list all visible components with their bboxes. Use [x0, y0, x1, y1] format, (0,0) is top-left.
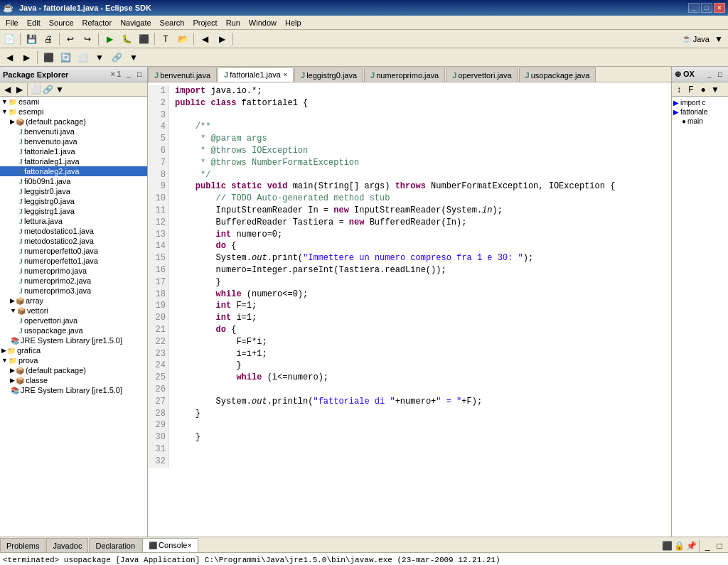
- tab-close-fattoriale1[interactable]: ×: [284, 71, 287, 78]
- code-editor[interactable]: 1 2 3 4 5 6 7 8 9 10 11 12 13 14 15 16 1: [148, 82, 671, 537]
- console-clear-button[interactable]: ⬛: [661, 540, 673, 551]
- new-button[interactable]: 📄: [1, 31, 17, 47]
- tab-declaration[interactable]: Declaration: [89, 538, 141, 552]
- tree-item-leggistrg0[interactable]: Jleggistrg0.java: [0, 196, 147, 206]
- outline-tree[interactable]: ▶ import c ▶ fattoriale ● main: [672, 97, 728, 537]
- hierarchy-button[interactable]: ⬛: [41, 50, 56, 65]
- pe-link-button[interactable]: 🔗: [42, 84, 53, 95]
- expand-button[interactable]: ▼: [92, 50, 107, 65]
- tree-item-leggistrg1[interactable]: Jleggistrg1.java: [0, 206, 147, 216]
- tree-item-numeroperfetto0[interactable]: Jnumeroperfetto0.java: [0, 246, 147, 256]
- outline-filter-button[interactable]: ▼: [710, 84, 721, 95]
- menu-refactor[interactable]: Refactor: [78, 16, 117, 29]
- menu-help[interactable]: Help: [281, 16, 306, 29]
- link-button[interactable]: 🔗: [109, 50, 124, 65]
- menu-run[interactable]: Run: [222, 16, 245, 29]
- next-edit-button[interactable]: ▶: [18, 50, 34, 65]
- run-button[interactable]: ▶: [102, 31, 117, 47]
- collapse-button[interactable]: ⬜: [75, 50, 90, 65]
- pe-maximize-button[interactable]: □: [134, 70, 144, 80]
- tree-item-fattoriale1[interactable]: Jfattoriale1.java: [0, 146, 147, 156]
- close-button[interactable]: ×: [714, 3, 725, 13]
- prev-edit-button[interactable]: ◀: [1, 50, 17, 65]
- maximize-button[interactable]: □: [701, 3, 712, 13]
- outline-maximize[interactable]: □: [715, 70, 725, 80]
- menu-project[interactable]: Project: [188, 16, 221, 29]
- outline-item-class[interactable]: ▶ fattoriale: [673, 107, 727, 117]
- tab-opervettori[interactable]: J opervettori.java: [446, 68, 518, 82]
- sync-button[interactable]: 🔄: [58, 50, 73, 65]
- tree-item-metodostatico2[interactable]: Jmetodostatico2.java: [0, 236, 147, 246]
- console-pin-button[interactable]: 📌: [685, 540, 697, 551]
- pe-menu-button[interactable]: ▼: [54, 84, 65, 95]
- console-scroll-lock-button[interactable]: 🔒: [673, 540, 685, 551]
- tree-item-numeroprimo3[interactable]: Jnumeroprimo3.java: [0, 286, 147, 296]
- tree-item-default-pkg[interactable]: ▶📦(default package): [0, 117, 147, 127]
- menu-navigate[interactable]: Navigate: [116, 16, 155, 29]
- menu-file[interactable]: File: [1, 16, 23, 29]
- tree-item-fattorialeg2[interactable]: Jfattorialeg2.java: [0, 166, 147, 176]
- outline-item-main[interactable]: ● main: [673, 117, 727, 126]
- pe-minimize-button[interactable]: _: [124, 70, 134, 80]
- minimize-button[interactable]: _: [688, 3, 700, 13]
- tree-item-fattorialeg1[interactable]: Jfattorialeg1.java: [0, 156, 147, 166]
- pe-forward-button[interactable]: ▶: [14, 84, 25, 95]
- tree-item-prova[interactable]: ▼📁prova: [0, 355, 147, 365]
- redo-button[interactable]: ↪: [80, 31, 95, 47]
- console-maximize[interactable]: □: [714, 540, 725, 551]
- code-text[interactable]: import java.io.*; public class fattorial…: [169, 85, 671, 468]
- back-button[interactable]: ◀: [197, 31, 213, 47]
- menu-edit[interactable]: Edit: [23, 16, 45, 29]
- tree-item-benvenuti[interactable]: Jbenvenuti.java: [0, 127, 147, 136]
- outline-item-import[interactable]: ▶ import c: [673, 98, 727, 107]
- outline-static-button[interactable]: ●: [697, 84, 709, 95]
- menu-window[interactable]: Window: [245, 16, 281, 29]
- tree-item-esami[interactable]: ▼📁esami: [0, 97, 147, 107]
- tree-item-leggistr0[interactable]: Jleggistr0.java: [0, 186, 147, 196]
- tab-problems[interactable]: Problems: [0, 538, 46, 552]
- tree-item-fi0b09n1[interactable]: Jfi0b09n1.java: [0, 176, 147, 186]
- pe-collapse-button[interactable]: ⬜: [30, 84, 41, 95]
- open-resource-button[interactable]: 📂: [175, 31, 191, 47]
- tree-item-prova-jre[interactable]: 📚JRE System Library [jre1.5.0]: [0, 385, 147, 395]
- tree-item-numeroperfetto1[interactable]: Jnumeroperfetto1.java: [0, 256, 147, 266]
- undo-button[interactable]: ↩: [63, 31, 78, 47]
- forward-button[interactable]: ▶: [214, 31, 230, 47]
- open-type-button[interactable]: T: [158, 31, 173, 47]
- debug-button[interactable]: 🐛: [119, 31, 134, 47]
- perspective-button[interactable]: ▼: [711, 31, 727, 47]
- tree-item-array[interactable]: ▶📦array: [0, 296, 147, 306]
- tree-item-prova-default[interactable]: ▶📦(default package): [0, 365, 147, 375]
- filter-button[interactable]: ▼: [126, 50, 141, 65]
- package-explorer-tree[interactable]: ▼📁esami▼📁esempi▶📦(default package) Jbenv…: [0, 97, 147, 537]
- tree-item-benvenuto[interactable]: Jbenvenuto.java: [0, 136, 147, 146]
- tree-item-esempi[interactable]: ▼📁esempi: [0, 107, 147, 117]
- stop-button[interactable]: ⬛: [136, 31, 151, 47]
- menu-source[interactable]: Source: [45, 16, 78, 29]
- tree-item-metodostatico1[interactable]: Jmetodostatico1.java: [0, 226, 147, 236]
- tree-item-numeroprimo2[interactable]: Jnumeroprimo2.java: [0, 276, 147, 286]
- tree-item-jre1[interactable]: 📚JRE System Library [jre1.5.0]: [0, 335, 147, 345]
- tree-item-vettori[interactable]: ▼📦vettori: [0, 306, 147, 316]
- tab-numeroprimo[interactable]: J numeroprimo.java: [364, 68, 445, 82]
- tab-leggistrg0[interactable]: J leggistrg0.java: [294, 68, 363, 82]
- menu-search[interactable]: Search: [156, 16, 189, 29]
- print-button[interactable]: 🖨: [41, 31, 56, 47]
- tree-item-lettura[interactable]: Jlettura.java: [0, 216, 147, 226]
- tree-item-grafica[interactable]: ▶📁grafica: [0, 345, 147, 355]
- save-button[interactable]: 💾: [23, 31, 39, 47]
- tab-console-close[interactable]: ×: [187, 541, 191, 549]
- tab-javadoc[interactable]: Javadoc: [46, 538, 88, 552]
- tree-item-opervettori[interactable]: Jopervettori.java: [0, 316, 147, 325]
- console-minimize[interactable]: _: [702, 540, 713, 551]
- tab-console[interactable]: ⬛ Console ×: [142, 538, 198, 552]
- tab-benvenuti[interactable]: J benvenuti.java: [148, 68, 217, 82]
- tab-fattoriale1[interactable]: J fattoriale1.java ×: [218, 68, 294, 82]
- tab-usopackage[interactable]: J usopackage.java: [519, 68, 596, 82]
- pe-back-button[interactable]: ◀: [1, 84, 13, 95]
- tree-item-usopackage[interactable]: Jusopackage.java: [0, 325, 147, 335]
- outline-minimize[interactable]: _: [705, 70, 714, 80]
- tree-item-prova-classe[interactable]: ▶📦classe: [0, 375, 147, 385]
- outline-sort-button[interactable]: ↕: [673, 84, 685, 95]
- tree-item-numeroprimo[interactable]: Jnumeroprimo.java: [0, 266, 147, 276]
